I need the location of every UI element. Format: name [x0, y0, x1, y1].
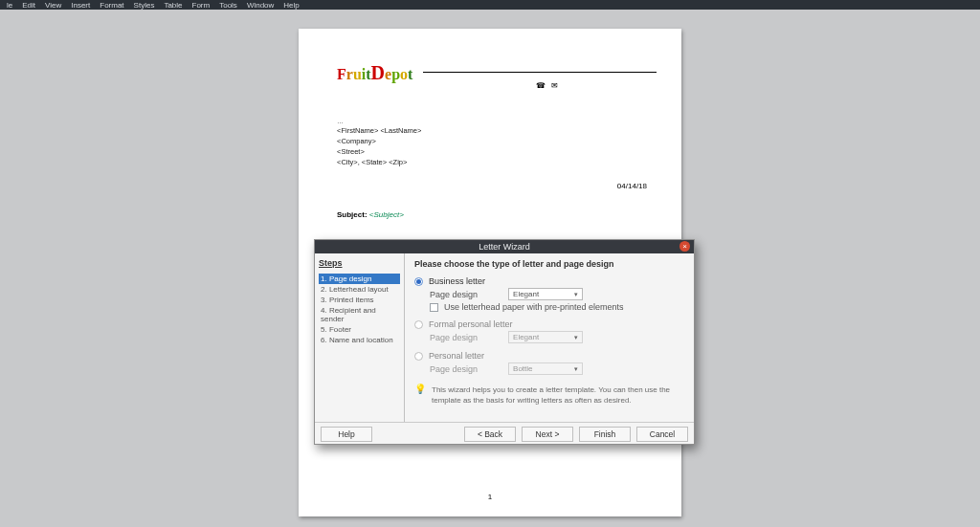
recipient-address-block: <FirstName> <LastName> <Company> <Street…	[337, 125, 421, 167]
close-icon[interactable]: ×	[679, 241, 690, 252]
finish-button[interactable]: Finish	[579, 427, 631, 442]
menu-styles[interactable]: Styles	[129, 1, 160, 10]
menu-format[interactable]: Format	[95, 1, 128, 10]
next-button[interactable]: Next >	[522, 427, 573, 442]
label-personal-letter: Personal letter	[429, 351, 484, 361]
addr-line: <City>, <State> <Zip>	[337, 157, 421, 167]
select-business-page-design[interactable]: Elegant ▾	[508, 288, 583, 300]
wizard-steps-panel: Steps 1. Page design 2. Letterhead layou…	[315, 253, 405, 422]
label-formal-personal-letter: Formal personal letter	[429, 319, 513, 329]
label-page-design: Page design	[430, 364, 478, 374]
chevron-down-icon: ▾	[574, 291, 578, 298]
subject-label: Subject:	[337, 210, 368, 219]
radio-business-letter[interactable]	[414, 277, 423, 286]
step-printed-items[interactable]: 3. Printed items	[319, 295, 400, 305]
subject-line: Subject: <Subject>	[337, 210, 404, 219]
wizard-heading: Please choose the type of letter and pag…	[414, 259, 684, 269]
contact-icons: ☎ ✉	[536, 81, 560, 90]
menu-file[interactable]: le	[2, 1, 17, 10]
menu-table[interactable]: Table	[159, 1, 187, 10]
step-letterhead-layout[interactable]: 2. Letterhead layout	[319, 284, 400, 295]
step-recipient-sender[interactable]: 4. Recipient and sender	[319, 305, 400, 324]
radio-formal-personal-letter[interactable]	[414, 320, 423, 329]
menu-form[interactable]: Form	[188, 1, 215, 10]
step-footer[interactable]: 5. Footer	[319, 324, 400, 335]
subject-mergefield: <Subject>	[369, 210, 404, 219]
cancel-button[interactable]: Cancel	[636, 427, 688, 442]
header-rule	[423, 72, 657, 73]
chevron-down-icon: ▾	[574, 365, 578, 373]
select-personal-page-design[interactable]: Bottle ▾	[508, 362, 583, 375]
wizard-footer: Help < Back Next > Finish Cancel	[315, 422, 694, 445]
menu-window[interactable]: Window	[242, 1, 278, 10]
chevron-down-icon: ▾	[574, 334, 578, 341]
menubar: le Edit View Insert Format Styles Table …	[0, 0, 980, 10]
label-business-letter: Business letter	[429, 276, 485, 286]
menu-insert[interactable]: Insert	[66, 1, 95, 10]
menu-edit[interactable]: Edit	[17, 1, 40, 10]
radio-personal-letter[interactable]	[414, 352, 423, 361]
steps-heading: Steps	[319, 258, 400, 268]
letter-wizard-dialog: Letter Wizard × Steps 1. Page design 2. …	[314, 239, 695, 445]
wizard-titlebar[interactable]: Letter Wizard ×	[315, 240, 694, 253]
checkbox-preprinted-letterhead[interactable]	[430, 303, 438, 312]
lightbulb-icon: 💡	[414, 384, 426, 406]
sender-ellipsis: …	[337, 118, 344, 124]
help-button[interactable]: Help	[321, 427, 372, 442]
label-preprinted-letterhead: Use letterhead paper with pre-printed el…	[444, 302, 624, 312]
select-formal-page-design[interactable]: Elegant ▾	[508, 331, 583, 343]
logo-fruitdepot: FruitDepot	[337, 62, 412, 84]
step-name-location[interactable]: 6. Name and location	[319, 335, 400, 345]
page-number: 1	[488, 493, 492, 501]
addr-line: <Company>	[337, 136, 421, 146]
addr-line: <Street>	[337, 146, 421, 157]
date-field: 04/14/18	[617, 182, 647, 190]
addr-line: <FirstName> <LastName>	[337, 125, 421, 136]
back-button[interactable]: < Back	[464, 427, 516, 442]
wizard-hint-text: This wizard helps you to create a letter…	[432, 384, 684, 406]
label-page-design: Page design	[430, 333, 478, 342]
menu-help[interactable]: Help	[278, 1, 303, 10]
step-page-design[interactable]: 1. Page design	[319, 274, 400, 284]
wizard-content: Please choose the type of letter and pag…	[405, 253, 694, 422]
menu-tools[interactable]: Tools	[214, 1, 242, 10]
wizard-hint: 💡 This wizard helps you to create a lett…	[414, 384, 684, 406]
wizard-title: Letter Wizard	[479, 242, 530, 252]
label-page-design: Page design	[430, 290, 478, 299]
menu-view[interactable]: View	[40, 1, 66, 10]
